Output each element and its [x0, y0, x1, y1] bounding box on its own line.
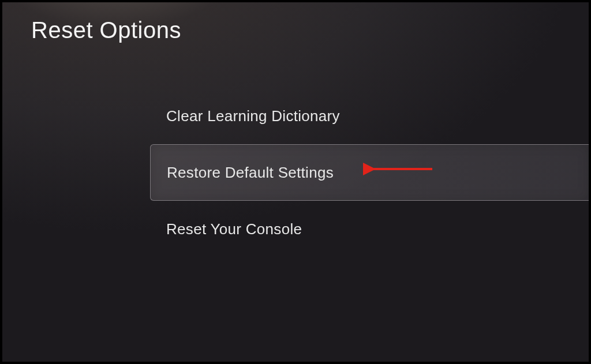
page-title: Reset Options [31, 17, 181, 43]
menu-item-label: Restore Default Settings [167, 164, 334, 182]
menu-item-label: Clear Learning Dictionary [166, 107, 340, 125]
menu-item-label: Reset Your Console [166, 220, 302, 238]
reset-options-menu: Clear Learning Dictionary Restore Defaul… [150, 88, 589, 257]
menu-item-reset-your-console[interactable]: Reset Your Console [150, 201, 589, 257]
menu-item-restore-default-settings[interactable]: Restore Default Settings [150, 144, 589, 201]
menu-item-clear-learning-dictionary[interactable]: Clear Learning Dictionary [150, 88, 589, 144]
